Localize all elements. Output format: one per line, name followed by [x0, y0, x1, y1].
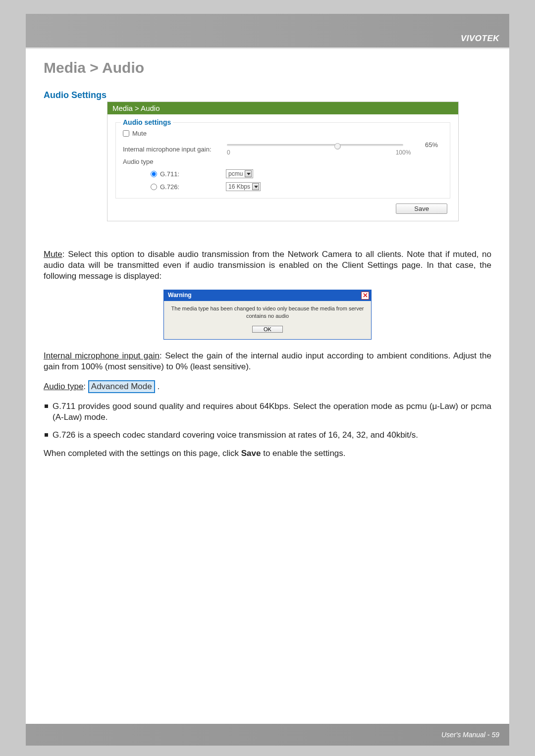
chevron-down-icon [252, 183, 259, 190]
section-subtitle: Audio Settings [44, 90, 491, 101]
page-footer: User's Manual - 59 [26, 724, 509, 746]
slider-min-label: 0 [227, 149, 230, 156]
slider-track [227, 144, 403, 146]
warning-title-text: Warning [168, 292, 192, 300]
chevron-down-icon [245, 170, 252, 177]
manual-page: VIVOTEK Media > Audio Audio Settings Med… [26, 14, 509, 746]
fieldset-legend: Audio settings [121, 118, 173, 126]
warning-ok-row: OK [164, 321, 371, 339]
g726-label: G.726: [160, 183, 179, 191]
bullet-g726: G.726 is a speech codec standard coverin… [44, 430, 491, 441]
audiotype-period: . [155, 382, 160, 391]
audio-type-row: Audio type [123, 158, 443, 165]
warning-message: The media type has been changed to video… [164, 301, 371, 321]
gain-row: Internal microphone input gain: 0 100% 6… [123, 142, 443, 156]
closing-post: to enable the settings. [261, 449, 345, 458]
gain-paragraph: Internal microphone input gain: Select t… [44, 351, 491, 372]
gain-slider[interactable]: 0 100% 65% [227, 142, 443, 156]
g726-select[interactable]: 16 Kbps [226, 182, 261, 191]
panel-header: Media > Audio [107, 102, 458, 114]
audiotype-heading: Audio type [44, 382, 83, 391]
audio-settings-fieldset: Audio settings Mute Internal microphone … [115, 122, 450, 199]
audiotype-colon: : [83, 382, 88, 391]
advanced-mode-badge: Advanced Mode [88, 380, 155, 393]
mute-heading: Mute [44, 250, 62, 259]
gain-label: Internal microphone input gain: [123, 146, 227, 153]
bullet-g711: G.711 provides good sound quality and re… [44, 401, 491, 423]
g726-select-value: 16 Kbps [228, 183, 250, 190]
save-row: Save [115, 203, 450, 214]
audio-type-label: Audio type [123, 158, 153, 165]
g726-radio[interactable] [151, 184, 157, 190]
mute-paragraph: Mute: Select this option to disable audi… [44, 249, 491, 282]
audiotype-paragraph: Audio type: Advanced Mode . [44, 380, 491, 393]
mute-label: Mute [132, 130, 147, 137]
g711-radio[interactable] [151, 171, 157, 177]
mute-row: Mute [123, 130, 443, 137]
header-rule [26, 48, 509, 49]
page-content: Media > Audio Audio Settings Media > Aud… [44, 59, 491, 467]
gain-heading: Internal microphone input gain [44, 351, 160, 360]
warning-ok-button[interactable]: OK [252, 326, 283, 333]
footer-text: User's Manual - 59 [441, 731, 499, 739]
mute-text: : Select this option to disable audio tr… [44, 250, 491, 281]
slider-thumb[interactable] [334, 143, 341, 150]
save-button[interactable]: Save [396, 203, 447, 214]
footer-page-number: 59 [491, 731, 499, 739]
slider-max-label: 100% [396, 149, 411, 156]
closing-pre: When completed with the settings on this… [44, 449, 241, 458]
g711-select-value: pcmu [228, 170, 243, 177]
panel-body: Audio settings Mute Internal microphone … [107, 114, 458, 221]
body-text: Mute: Select this option to disable audi… [44, 249, 491, 459]
g726-row: G.726: 16 Kbps [123, 182, 443, 191]
close-icon[interactable]: ✕ [361, 292, 369, 300]
mute-checkbox[interactable] [123, 130, 129, 137]
closing-paragraph: When completed with the settings on this… [44, 448, 491, 459]
header-band: VIVOTEK [26, 14, 509, 48]
closing-save: Save [241, 449, 261, 458]
warning-titlebar: Warning ✕ [164, 290, 371, 301]
slider-value-label: 65% [425, 141, 438, 149]
g711-label: G.711: [160, 170, 179, 178]
footer-label: User's Manual - [441, 731, 491, 739]
audio-type-bullets: G.711 provides good sound quality and re… [44, 401, 491, 441]
warning-dialog: Warning ✕ The media type has been change… [163, 290, 372, 340]
audio-settings-panel: Media > Audio Audio settings Mute Intern… [107, 101, 459, 221]
g711-select[interactable]: pcmu [226, 169, 253, 178]
g711-row: G.711: pcmu [123, 169, 443, 178]
page-title: Media > Audio [44, 59, 491, 76]
brand-label: VIVOTEK [461, 34, 499, 44]
